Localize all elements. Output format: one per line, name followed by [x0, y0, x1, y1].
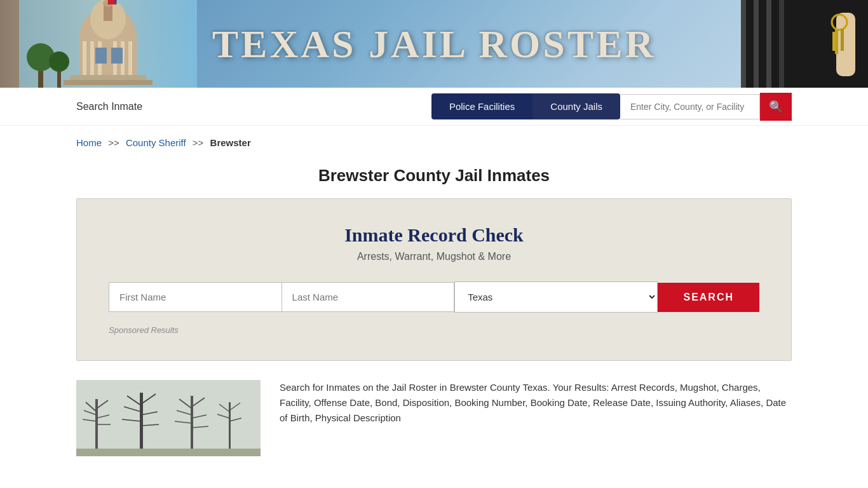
svg-point-22	[49, 51, 69, 72]
svg-rect-31	[766, 0, 771, 88]
svg-rect-27	[841, 29, 844, 51]
header-right-image	[741, 0, 868, 88]
nav-search-label: Search Inmate	[76, 101, 142, 112]
svg-rect-14	[95, 48, 107, 64]
svg-rect-32	[779, 0, 784, 88]
svg-rect-24	[836, 13, 855, 76]
svg-rect-30	[754, 0, 759, 88]
panel-subtitle: Arrests, Warrant, Mugshot & More	[109, 251, 759, 262]
breadcrumb: Home >> County Sheriff >> Brewster	[0, 126, 868, 159]
sponsored-label: Sponsored Results	[109, 325, 759, 335]
svg-rect-17	[108, 0, 116, 4]
svg-rect-15	[111, 48, 123, 64]
svg-rect-11	[128, 41, 132, 79]
police-facilities-button[interactable]: Police Facilities	[431, 93, 532, 119]
svg-rect-60	[76, 449, 261, 456]
lower-section: Search for Inmates on the Jail Roster in…	[0, 361, 868, 475]
svg-rect-29	[741, 0, 746, 88]
search-panel: Inmate Record Check Arrests, Warrant, Mu…	[76, 198, 792, 361]
svg-rect-12	[70, 75, 146, 80]
inmate-search-button[interactable]: SEARCH	[658, 283, 759, 312]
panel-title: Inmate Record Check	[109, 224, 759, 246]
breadcrumb-sep2: >>	[193, 137, 204, 148]
lower-description: Search for Inmates on the Jail Roster in…	[280, 380, 792, 426]
county-jails-button[interactable]: County Jails	[532, 93, 620, 119]
svg-rect-6	[83, 41, 86, 79]
search-icon: 🔍	[769, 100, 783, 114]
svg-rect-13	[64, 80, 153, 85]
last-name-input[interactable]	[281, 282, 455, 312]
site-title: Texas Jail Roster	[212, 22, 656, 67]
svg-rect-28	[832, 32, 835, 51]
breadcrumb-home[interactable]: Home	[76, 137, 102, 148]
header-banner: Texas Jail Roster	[0, 0, 868, 88]
page-title: Brewster County Jail Inmates	[0, 159, 868, 198]
facility-search-input[interactable]	[620, 94, 760, 119]
breadcrumb-sep1: >>	[108, 137, 119, 148]
breadcrumb-county-sheriff[interactable]: County Sheriff	[126, 137, 186, 148]
facility-search-button[interactable]: 🔍	[760, 93, 792, 121]
state-select[interactable]: AlabamaAlaskaArizonaArkansasCaliforniaCo…	[454, 281, 658, 313]
svg-rect-26	[835, 29, 838, 54]
svg-rect-7	[90, 41, 94, 79]
capitol-image	[0, 0, 197, 88]
nav-buttons: Police Facilities County Jails 🔍	[431, 93, 792, 121]
first-name-input[interactable]	[109, 282, 281, 312]
breadcrumb-current: Brewster	[210, 137, 251, 148]
svg-rect-48	[191, 396, 193, 456]
svg-rect-33	[76, 380, 261, 456]
svg-rect-41	[140, 393, 143, 456]
svg-rect-2	[79, 35, 137, 79]
nav-bar: Search Inmate Police Facilities County J…	[0, 88, 868, 126]
lower-image	[76, 380, 261, 456]
inmate-search-form: AlabamaAlaskaArizonaArkansasCaliforniaCo…	[109, 281, 759, 313]
